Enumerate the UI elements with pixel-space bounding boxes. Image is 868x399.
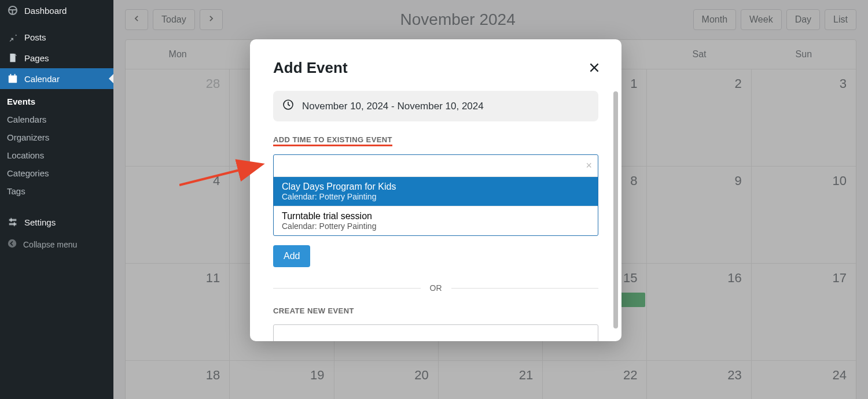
collapse-menu-button[interactable]: Collapse menu: [0, 232, 113, 256]
sidebar-label: Settings: [24, 217, 56, 227]
svg-rect-2: [9, 76, 17, 78]
pin-icon: [7, 31, 19, 43]
pages-icon: [7, 52, 19, 64]
svg-point-9: [8, 239, 16, 247]
svg-rect-4: [14, 74, 16, 76]
sidebar-item-posts[interactable]: Posts: [0, 27, 113, 47]
calendar-icon: [7, 73, 19, 84]
sidebar-item-pages[interactable]: Pages: [0, 47, 113, 68]
sidebar-label: Calendar: [24, 74, 60, 84]
submenu-item-organizers[interactable]: Organizers: [0, 128, 113, 146]
submenu-item-locations[interactable]: Locations: [0, 146, 113, 164]
event-option-sub: Calendar: Pottery Painting: [282, 221, 590, 231]
or-label: OR: [430, 283, 442, 293]
dashboard-icon: [7, 5, 19, 16]
section-label-existing: ADD TIME TO EXISTING EVENT: [273, 135, 392, 146]
sidebar-item-settings[interactable]: Settings: [0, 212, 113, 232]
sidebar-item-dashboard[interactable]: Dashboard: [0, 0, 113, 21]
sidebar-item-calendar[interactable]: Calendar: [0, 68, 113, 89]
submenu-item-events[interactable]: Events: [0, 93, 113, 110]
settings-icon: [7, 216, 19, 228]
or-divider: OR: [273, 283, 598, 293]
add-event-modal: Add Event November 10, 2024 - November 1…: [250, 39, 621, 341]
event-option[interactable]: Turntable trial session Calendar: Potter…: [274, 206, 598, 235]
close-modal-button[interactable]: [588, 61, 601, 76]
clear-search-button[interactable]: ×: [586, 160, 592, 172]
submenu-item-categories[interactable]: Categories: [0, 164, 113, 182]
sidebar-label: Posts: [24, 32, 46, 42]
date-range-text: November 10, 2024 - November 10, 2024: [302, 101, 484, 112]
svg-rect-5: [9, 219, 17, 221]
svg-rect-8: [14, 222, 15, 226]
event-option-title: Turntable trial session: [282, 211, 590, 221]
sidebar-label: Dashboard: [24, 6, 67, 16]
sidebar-label: Pages: [24, 53, 49, 63]
svg-rect-7: [10, 218, 12, 222]
new-event-title-input[interactable]: [273, 324, 598, 341]
add-button[interactable]: Add: [273, 245, 310, 267]
sidebar-submenu: Events Calendars Organizers Locations Ca…: [0, 89, 113, 206]
x-icon: ×: [586, 160, 592, 171]
svg-rect-0: [10, 54, 16, 62]
svg-rect-3: [10, 74, 12, 76]
event-option[interactable]: Clay Days Program for Kids Calendar: Pot…: [274, 176, 598, 206]
collapse-label: Collapse menu: [23, 240, 77, 249]
admin-sidebar: Dashboard Posts Pages Calendar Events Ca…: [0, 0, 113, 399]
modal-scrollbar[interactable]: [613, 91, 618, 328]
submenu-item-calendars[interactable]: Calendars: [0, 110, 113, 128]
modal-title: Add Event: [273, 59, 598, 77]
event-option-sub: Calendar: Pottery Painting: [282, 192, 590, 201]
event-option-title: Clay Days Program for Kids: [282, 182, 590, 192]
section-label-new: CREATE NEW EVENT: [273, 306, 598, 315]
date-range-pill[interactable]: November 10, 2024 - November 10, 2024: [273, 91, 598, 121]
close-icon: [588, 66, 601, 76]
svg-rect-6: [9, 223, 17, 226]
submenu-item-tags[interactable]: Tags: [0, 182, 113, 200]
existing-event-search-input[interactable]: [274, 155, 598, 176]
collapse-icon: [7, 238, 17, 250]
clock-icon: [282, 99, 294, 113]
divider-line: [451, 288, 599, 289]
divider-line: [273, 288, 421, 289]
existing-event-select[interactable]: × Clay Days Program for Kids Calendar: P…: [273, 154, 598, 236]
